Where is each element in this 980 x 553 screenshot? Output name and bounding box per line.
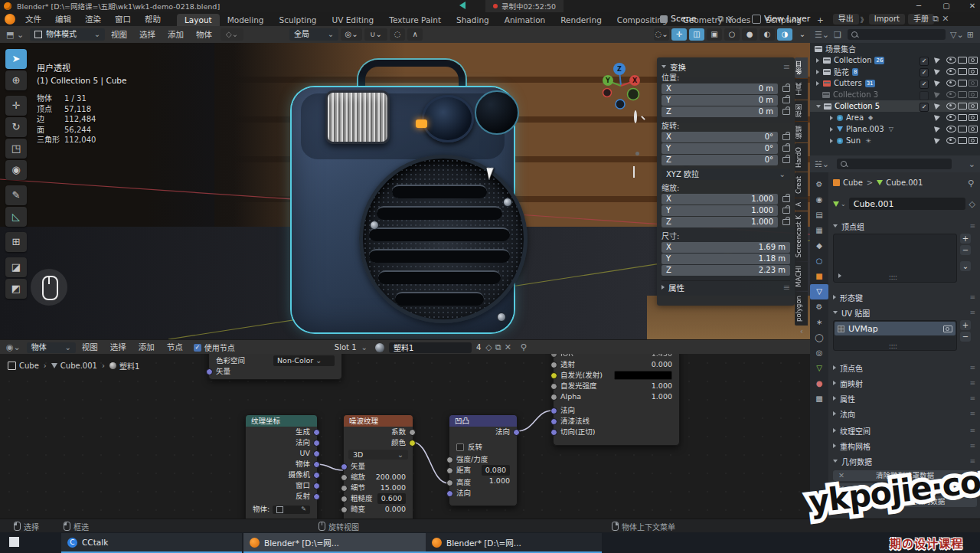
camera-render-icon[interactable] <box>969 126 978 133</box>
panel-normals[interactable]: 法向≡ <box>833 407 975 420</box>
panel-uv-maps[interactable]: UV 贴图≡ <box>833 306 975 319</box>
emission-strength-input-socket[interactable] <box>550 383 557 390</box>
radio-object[interactable] <box>286 58 521 335</box>
camera-render-icon[interactable] <box>969 80 978 87</box>
panel-grip-icon[interactable]: ≡ <box>783 62 790 72</box>
start-button[interactable] <box>9 537 19 547</box>
outliner-filter-icon[interactable]: ▽⌄ <box>950 30 964 40</box>
collection-checkbox[interactable]: ✓ <box>920 91 929 100</box>
node-texture-coordinate[interactable]: 纹理坐标 生成 法向 UV 物体 摄像机 窗口 反射 物体: ✎ <box>245 414 318 519</box>
tab-scene[interactable]: ◆ <box>810 238 828 254</box>
view-layer-selector[interactable]: View Layer ⧉ ✕ <box>752 14 949 24</box>
tab-view-layer[interactable]: ▦ <box>810 223 828 238</box>
selectable-icon[interactable] <box>934 67 941 75</box>
object-output-socket[interactable] <box>313 461 320 468</box>
taskbar-item-cctalk[interactable]: C CCtalk <box>61 533 242 553</box>
selectable-icon[interactable] <box>934 113 941 121</box>
monitor-icon[interactable] <box>958 68 967 75</box>
generated-output-socket[interactable] <box>313 429 320 436</box>
shader-node-canvas[interactable]: Cube › Cube.001 › 塑料1 色彩空间 Non-Color ⌄ 矢… <box>0 354 810 519</box>
close-button[interactable]: ✕ <box>962 0 980 12</box>
render-active-uv-icon[interactable] <box>943 326 952 332</box>
remove-uvmap-button[interactable]: − <box>960 332 971 342</box>
menu-file[interactable]: 文件 <box>18 12 48 26</box>
scale-z-field[interactable]: Z1.000 <box>662 217 790 227</box>
selectable-icon[interactable] <box>934 136 941 144</box>
panel-vertex-groups[interactable]: 顶点组≡ <box>833 220 975 232</box>
monitor-icon[interactable] <box>958 126 967 133</box>
expand-icon[interactable] <box>816 81 819 86</box>
alpha-input-socket[interactable] <box>550 394 557 401</box>
add-uvmap-button[interactable]: + <box>960 320 971 330</box>
unlink-material-icon[interactable]: ✕ <box>505 342 511 352</box>
add-cube-tool[interactable]: ⊞ <box>5 232 27 252</box>
lock-icon[interactable] <box>782 109 790 115</box>
collection-checkbox[interactable]: ✓ <box>920 57 929 66</box>
sidebar-tab-machin3[interactable]: MACHI <box>795 262 808 291</box>
eye-icon[interactable] <box>946 103 956 110</box>
pin-icon[interactable]: ⚲ <box>968 178 974 188</box>
shader-type-dropdown[interactable]: 物体⌄ <box>27 342 76 353</box>
tab-tool[interactable]: ⚙ <box>810 177 828 192</box>
tab-texture[interactable]: ▩ <box>810 391 828 407</box>
tab-object[interactable]: ■ <box>810 269 828 284</box>
workspace-tab-shading[interactable]: Shading <box>449 14 497 26</box>
editor-type-icon[interactable]: ⬒ ⌄ <box>6 30 24 40</box>
eye-icon[interactable] <box>946 126 956 133</box>
camera-render-icon[interactable] <box>969 103 978 110</box>
visibility-dropdown[interactable]: ◌⌄ <box>654 28 669 41</box>
datablock-name-field[interactable]: Cube.001 <box>849 198 965 210</box>
tab-physics[interactable]: ◯ <box>810 330 828 345</box>
navigation-gizmo[interactable]: Z Y X <box>599 60 643 110</box>
dimension-y-field[interactable]: Y1.18 m <box>662 254 790 264</box>
collection-checkbox[interactable]: ✓ <box>920 68 929 77</box>
monitor-icon[interactable] <box>958 103 967 110</box>
workspace-tab-modeling[interactable]: Modeling <box>220 14 272 26</box>
menu-help[interactable]: 帮助 <box>138 12 168 26</box>
rotation-x-field[interactable]: X0° <box>662 132 790 142</box>
pin-icon[interactable]: ⚲ <box>521 342 527 352</box>
expand-icon[interactable] <box>830 127 833 132</box>
sidebar-tab-item[interactable]: 条目 <box>795 57 808 78</box>
monitor-icon[interactable] <box>958 91 967 98</box>
snap-dropdown[interactable]: ∪⌄ <box>364 28 387 41</box>
ortho-view-icon[interactable] <box>633 167 635 177</box>
viewport-menu-object[interactable]: 物体 <box>190 26 218 43</box>
invert-checkbox[interactable]: 反转 <box>449 442 517 453</box>
copy-material-icon[interactable]: ⧉ <box>495 342 501 352</box>
shader-menu-add[interactable]: 添加 <box>132 340 161 355</box>
properties-search-input[interactable] <box>837 159 952 169</box>
workspace-tab-rendering[interactable]: Rendering <box>553 14 609 26</box>
shading-options-dropdown[interactable]: ⌄ <box>795 28 810 41</box>
tab-modifiers[interactable]: ⚙ <box>810 299 828 315</box>
outliner-row-plane003[interactable]: Plane.003 ▽ <box>810 123 980 135</box>
transform-tool[interactable]: ◉ <box>5 160 27 180</box>
mode-dropdown[interactable]: 物体模式⌄ <box>30 28 105 41</box>
normal-output-socket[interactable] <box>513 429 520 436</box>
object-picker-field[interactable]: ✎ <box>273 506 310 514</box>
color-output-socket[interactable] <box>409 440 416 447</box>
dimension-z-field[interactable]: Z2.23 m <box>662 265 790 276</box>
new-view-layer-icon[interactable]: ⧉ <box>933 14 939 24</box>
lock-icon[interactable] <box>782 86 790 92</box>
eye-icon[interactable] <box>946 137 956 144</box>
taskbar-item-blender-1[interactable]: Blender* [D:\=网... <box>243 533 426 553</box>
collection-checkbox[interactable]: ✓ <box>920 80 929 89</box>
transform-panel-header[interactable]: 变换 ≡ <box>662 61 790 73</box>
tab-object-data[interactable]: ▽ <box>810 284 828 299</box>
select-box-tool[interactable]: ➤ <box>5 49 27 69</box>
mode-options-dropdown[interactable]: ◇⌄ <box>220 28 243 41</box>
shader-menu-view[interactable]: 视图 <box>76 340 104 355</box>
material-name-field[interactable]: 塑料1 <box>389 342 472 353</box>
location-y-field[interactable]: Y0 m <box>662 95 790 106</box>
location-x-field[interactable]: X0 m <box>662 83 790 94</box>
eye-icon[interactable] <box>946 91 956 98</box>
workspace-tab-sculpting[interactable]: Sculpting <box>271 14 324 26</box>
sidebar-tab-create[interactable]: Creat <box>795 172 808 198</box>
shading-solid-icon[interactable]: ● <box>742 28 757 41</box>
list-filter-expand-icon[interactable] <box>838 273 841 278</box>
tangent-input-socket[interactable] <box>550 429 557 436</box>
sidebar-tab-screencast-keys[interactable]: Screencast K <box>795 211 808 261</box>
normal-input-socket[interactable] <box>446 490 453 497</box>
gizmos-toggle[interactable]: ✛ <box>671 28 687 41</box>
